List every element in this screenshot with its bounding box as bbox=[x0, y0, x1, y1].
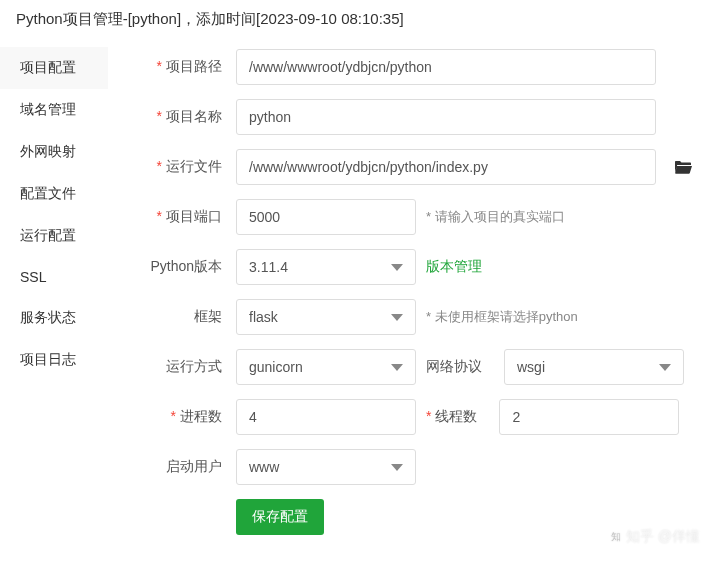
sidebar-item-run-config[interactable]: 运行配置 bbox=[0, 215, 108, 257]
sidebar-item-service-status[interactable]: 服务状态 bbox=[0, 297, 108, 339]
project-port-input[interactable] bbox=[236, 199, 416, 235]
chevron-down-icon bbox=[391, 364, 403, 371]
sidebar-item-extranet[interactable]: 外网映射 bbox=[0, 131, 108, 173]
project-port-hint: 请输入项目的真实端口 bbox=[426, 208, 565, 226]
label-process-num: *进程数 bbox=[116, 408, 236, 426]
sidebar-item-domain[interactable]: 域名管理 bbox=[0, 89, 108, 131]
save-button[interactable]: 保存配置 bbox=[236, 499, 324, 535]
main-form: *项目路径 *项目名称 *运行文件 *项目端口 请输入 bbox=[108, 37, 720, 563]
label-project-port: *项目端口 bbox=[116, 208, 236, 226]
label-start-user: 启动用户 bbox=[116, 458, 236, 476]
process-num-input[interactable] bbox=[236, 399, 416, 435]
label-project-name: *项目名称 bbox=[116, 108, 236, 126]
version-manage-link[interactable]: 版本管理 bbox=[426, 258, 482, 276]
project-path-input[interactable] bbox=[236, 49, 656, 85]
chevron-down-icon bbox=[659, 364, 671, 371]
label-run-file: *运行文件 bbox=[116, 158, 236, 176]
label-thread-num: *线程数 bbox=[426, 408, 489, 426]
sidebar-item-ssl[interactable]: SSL bbox=[0, 257, 108, 297]
folder-open-icon[interactable] bbox=[674, 160, 700, 174]
run-file-input[interactable] bbox=[236, 149, 656, 185]
framework-select[interactable]: flask bbox=[236, 299, 416, 335]
net-protocol-select[interactable]: wsgi bbox=[504, 349, 684, 385]
chevron-down-icon bbox=[391, 314, 403, 321]
project-name-input[interactable] bbox=[236, 99, 656, 135]
framework-hint: 未使用框架请选择python bbox=[426, 308, 578, 326]
start-user-select[interactable]: www bbox=[236, 449, 416, 485]
chevron-down-icon bbox=[391, 264, 403, 271]
python-version-select[interactable]: 3.11.4 bbox=[236, 249, 416, 285]
chevron-down-icon bbox=[391, 464, 403, 471]
sidebar-item-project-config[interactable]: 项目配置 bbox=[0, 47, 108, 89]
page-title: Python项目管理-[python]，添加时间[2023-09-10 08:1… bbox=[0, 0, 720, 37]
thread-num-input[interactable] bbox=[499, 399, 679, 435]
run-mode-select[interactable]: gunicorn bbox=[236, 349, 416, 385]
label-net-protocol: 网络协议 bbox=[426, 358, 494, 376]
sidebar-item-config-file[interactable]: 配置文件 bbox=[0, 173, 108, 215]
sidebar-item-project-log[interactable]: 项目日志 bbox=[0, 339, 108, 381]
label-framework: 框架 bbox=[116, 308, 236, 326]
label-run-mode: 运行方式 bbox=[116, 358, 236, 376]
label-python-version: Python版本 bbox=[116, 258, 236, 276]
label-project-path: *项目路径 bbox=[116, 58, 236, 76]
sidebar: 项目配置 域名管理 外网映射 配置文件 运行配置 SSL 服务状态 项目日志 bbox=[0, 37, 108, 563]
